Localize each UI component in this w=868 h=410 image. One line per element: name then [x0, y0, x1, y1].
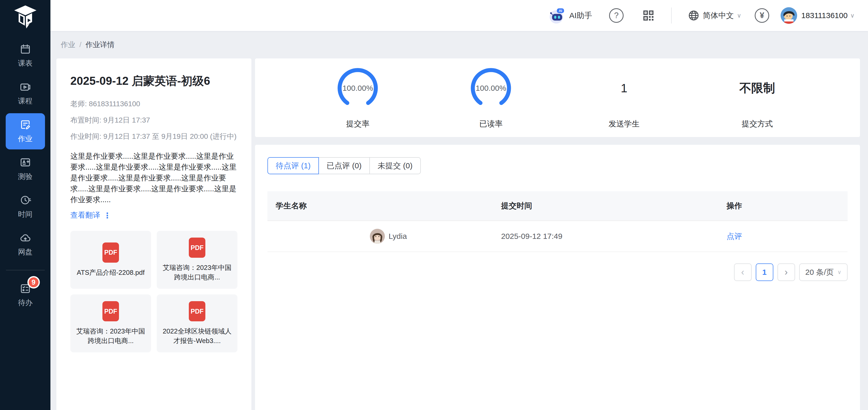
sidebar-item-todo[interactable]: 9 待办 [6, 277, 45, 313]
view-translation-link[interactable]: 查看翻译 ⋮ [70, 210, 112, 221]
chevron-right-icon: › [785, 267, 788, 278]
phone-number: 18311136100 [801, 11, 847, 20]
language-selector[interactable]: 简体中文 ∨ [688, 9, 741, 22]
sidebar-item-label: 课表 [18, 58, 33, 68]
sidebar: 课表 课程 作业 [0, 0, 51, 410]
breadcrumb-homework[interactable]: 作业 [61, 40, 75, 50]
assignment-teacher: 老师: 8618311136100 [70, 99, 238, 109]
page-number-button[interactable]: 1 [756, 263, 773, 281]
chevron-down-icon: ∨ [737, 12, 741, 19]
sidebar-item-label: 时间 [18, 210, 33, 219]
page-size-select[interactable]: 20 条/页 ∨ [799, 263, 847, 281]
video-course-icon [20, 81, 31, 93]
globe-icon [688, 9, 700, 22]
sidebar-item-time[interactable]: 时间 [6, 189, 45, 225]
tab-not-submitted[interactable]: 未提交 (0) [369, 157, 421, 174]
right-column: 100.00% 提交率 100.00% 已读率 [255, 58, 860, 410]
breadcrumb-separator: / [80, 40, 82, 49]
page-size-label: 20 条/页 [805, 267, 834, 278]
stat-value: 100.00% [476, 84, 506, 93]
attachment-name: ATS产品介绍-2208.pdf [77, 268, 145, 277]
calendar-icon [20, 43, 31, 55]
sidebar-nav: 课表 课程 作业 [0, 38, 51, 315]
assignment-title: 2025-09-12 启蒙英语-初级6 [70, 73, 238, 89]
prev-page-button[interactable]: ‹ [734, 263, 752, 281]
content-row: 2025-09-12 启蒙英语-初级6 老师: 8618311136100 布置… [51, 58, 868, 410]
homework-icon [20, 119, 31, 130]
breadcrumb-current: 作业详情 [86, 40, 115, 50]
page-number: 1 [762, 268, 767, 277]
view-translation-label: 查看翻译 [70, 210, 100, 221]
sidebar-item-label: 网盘 [18, 247, 33, 257]
assignment-detail-card: 2025-09-12 启蒙英语-初级6 老师: 8618311136100 布置… [56, 58, 251, 410]
pdf-file-icon: PDF [189, 238, 205, 258]
pdf-file-icon: PDF [102, 243, 119, 263]
sidebar-item-netdisk[interactable]: 网盘 [6, 226, 45, 263]
attachment-name: 艾瑞咨询：2023年中国跨境出口电商... [160, 263, 234, 282]
clock-icon [20, 194, 31, 206]
help-button[interactable]: ? [609, 8, 624, 23]
todo-checklist-icon: 9 [20, 283, 31, 294]
attachment-card[interactable]: PDF ATS产品介绍-2208.pdf [70, 231, 151, 289]
ai-assistant-label: AI助手 [569, 10, 592, 21]
tab-pending-review[interactable]: 待点评 (1) [268, 157, 319, 174]
user-avatar-image [781, 7, 797, 24]
header-actions: 操作 [726, 200, 839, 211]
user-avatar[interactable] [781, 7, 797, 24]
sidebar-item-quiz[interactable]: 测验 [6, 151, 45, 187]
sidebar-item-label: 待办 [18, 298, 33, 308]
sidebar-item-schedule[interactable]: 课表 [6, 38, 45, 74]
pagination: ‹ 1 › 20 条/页 ∨ [268, 252, 847, 281]
attachment-name: 2022全球区块链领域人才报告-Web3.... [160, 326, 234, 346]
header-student-name: 学生名称 [276, 200, 501, 211]
next-page-button[interactable]: › [777, 263, 795, 281]
tab-label: 未提交 (0) [378, 161, 412, 171]
currency-button[interactable]: ¥ [755, 8, 769, 23]
assignment-assigned-time: 布置时间: 9月12日 17:37 [70, 115, 238, 125]
main-body: 作业 / 作业详情 2025-09-12 启蒙英语-初级6 老师: 861831… [51, 31, 868, 410]
chevron-down-icon: ∨ [850, 12, 855, 19]
account-menu[interactable]: 18311136100 ∨ [801, 11, 855, 20]
submit-time: 2025-09-12 17:49 [501, 232, 727, 241]
pdf-file-icon: PDF [189, 301, 205, 321]
more-vertical-icon[interactable]: ⋮ [103, 211, 112, 220]
stat-label: 已读率 [479, 119, 502, 129]
qr-code-button[interactable] [642, 9, 655, 22]
stat-label: 发送学生 [609, 119, 640, 129]
submission-tabs: 待点评 (1) 已点评 (0) 未提交 (0) [268, 157, 847, 174]
student-name: Lydia [389, 232, 407, 241]
qr-code-icon [642, 9, 655, 22]
ai-assistant-button[interactable]: AI AI助手 [549, 7, 592, 24]
tab-reviewed[interactable]: 已点评 (0) [318, 157, 370, 174]
sidebar-item-homework[interactable]: 作业 [6, 113, 45, 150]
tab-label: 待点评 (1) [276, 161, 311, 171]
quiz-icon [20, 157, 31, 168]
stat-label: 提交率 [346, 119, 369, 129]
stat-submit-rate: 100.00% 提交率 [291, 66, 425, 129]
attachment-card[interactable]: PDF 艾瑞咨询：2023年中国跨境出口电商... [157, 231, 238, 289]
review-link[interactable]: 点评 [726, 232, 742, 241]
tab-label: 已点评 (0) [327, 161, 362, 171]
attachment-card[interactable]: PDF 艾瑞咨询：2023年中国跨境出口电商... [70, 294, 151, 352]
sidebar-item-label: 作业 [18, 134, 33, 144]
chevron-down-icon: ∨ [837, 269, 841, 275]
submissions-table: 学生名称 提交时间 操作 [268, 191, 847, 252]
cloud-upload-icon [20, 232, 31, 244]
main-area: AI AI助手 ? 简体中文 ∨ ¥ [51, 0, 868, 410]
stat-value: 1 [621, 81, 627, 95]
table-header-row: 学生名称 提交时间 操作 [268, 191, 847, 221]
stat-sent-students: 1 发送学生 [558, 66, 691, 129]
yen-icon: ¥ [760, 11, 764, 20]
sidebar-item-courses[interactable]: 课程 [6, 75, 45, 112]
topbar: AI AI助手 ? 简体中文 ∨ ¥ [51, 0, 868, 31]
submissions-card: 待点评 (1) 已点评 (0) 未提交 (0) 学生名称 [255, 145, 860, 410]
classin-logo [13, 4, 38, 30]
attachment-grid: PDF ATS产品介绍-2208.pdf PDF 艾瑞咨询：2023年中国跨境出… [70, 231, 238, 352]
attachment-card[interactable]: PDF 2022全球区块链领域人才报告-Web3.... [157, 294, 238, 352]
stat-read-rate: 100.00% 已读率 [425, 66, 558, 129]
stat-value: 100.00% [342, 84, 373, 93]
breadcrumb: 作业 / 作业详情 [51, 31, 868, 58]
assignment-period: 作业时间: 9月12日 17:37 至 9月19日 20:00 (进行中) [70, 132, 238, 141]
student-avatar [370, 229, 385, 244]
sidebar-item-label: 课程 [18, 96, 33, 106]
